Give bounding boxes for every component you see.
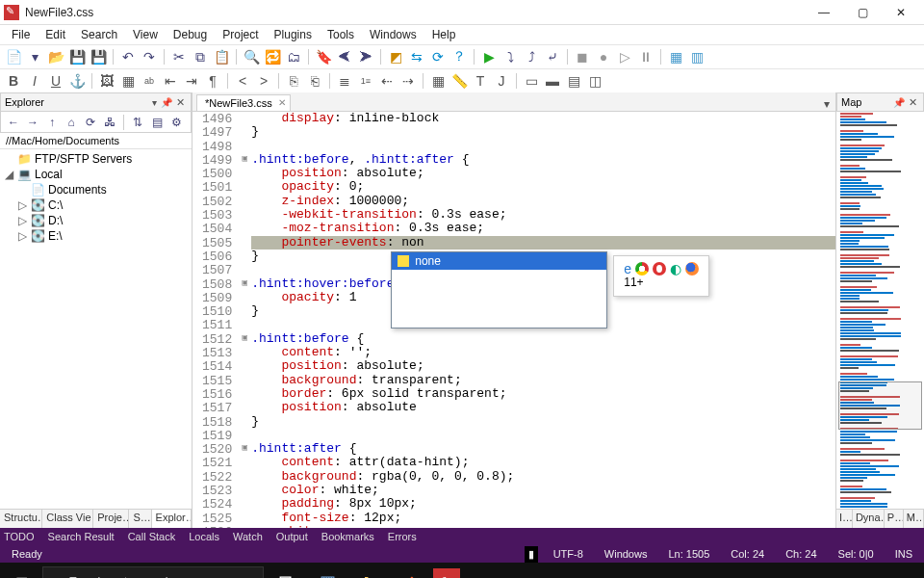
map-close-icon[interactable]: ✕ [907, 96, 919, 109]
outdent-icon[interactable]: ⇠ [377, 71, 397, 91]
copy-icon[interactable]: ⧉ [191, 47, 210, 66]
minimap[interactable] [836, 112, 924, 509]
code-editor[interactable]: 1496149714981499150015011502150315041505… [192, 112, 835, 528]
taskbar-explorer-icon[interactable]: 🗂 [348, 563, 391, 578]
indent-left-icon[interactable]: ⇤ [161, 71, 180, 91]
right-tab[interactable]: I… [836, 510, 853, 528]
right-tab[interactable]: M… [904, 510, 924, 528]
menu-file[interactable]: File [4, 26, 38, 43]
tree-item[interactable]: 📄Documents [4, 182, 188, 197]
table-icon[interactable]: ▦ [118, 71, 138, 91]
find-in-files-icon[interactable]: 🗂 [284, 47, 303, 66]
tab-list-icon[interactable]: ▾ [818, 97, 835, 111]
right-tab[interactable]: P… [885, 510, 904, 528]
continue-icon[interactable]: ▷ [615, 47, 634, 66]
status-os[interactable]: Windows [599, 548, 654, 560]
bottom-tab-todo[interactable]: TODO [4, 531, 35, 542]
explorer-tab[interactable]: Explor… [152, 510, 192, 528]
compare-icon[interactable]: ⇆ [407, 47, 426, 66]
layout-icon[interactable]: ▤ [564, 71, 583, 91]
taskbar-app-2-icon[interactable]: ◆ [391, 563, 433, 578]
bottom-tab-output[interactable]: Output [276, 531, 308, 542]
step-into-icon[interactable]: ⤴ [522, 47, 541, 66]
underline-icon[interactable]: U [46, 71, 65, 91]
toggle-bookmark-icon[interactable]: 🔖 [314, 47, 333, 66]
find-icon[interactable]: 🔍 [242, 47, 261, 66]
next-bookmark-icon[interactable]: ⮞ [356, 47, 375, 66]
taskbar-app-1-icon[interactable]: ▥ [306, 563, 348, 578]
new-dropdown-icon[interactable]: ▾ [25, 47, 44, 66]
bottom-tab-locals[interactable]: Locals [189, 531, 219, 542]
open-icon[interactable]: 📂 [46, 47, 65, 66]
json-icon[interactable]: J [492, 71, 511, 91]
save-all-icon[interactable]: 💾 [89, 47, 108, 66]
up-icon[interactable]: ↑ [43, 114, 61, 131]
list-ol-icon[interactable]: 1≡ [356, 71, 375, 91]
save-icon[interactable]: 💾 [67, 47, 87, 66]
italic-icon[interactable]: I [25, 71, 44, 91]
maximize-button[interactable]: ▢ [843, 1, 882, 24]
taskbar-editor-icon[interactable]: ✎ [433, 568, 460, 578]
minimize-button[interactable]: — [805, 1, 843, 24]
menu-project[interactable]: Project [215, 26, 266, 43]
indent-icon[interactable]: ⇢ [398, 71, 418, 91]
bottom-tab-watch[interactable]: Watch [233, 531, 263, 542]
record-icon[interactable]: ● [594, 47, 613, 66]
menu-view[interactable]: View [125, 26, 166, 43]
menu-help[interactable]: Help [424, 26, 464, 43]
text-icon[interactable]: T [471, 71, 490, 91]
new-file-icon[interactable]: 📄 [4, 47, 23, 66]
menu-edit[interactable]: Edit [38, 26, 73, 43]
document-tab[interactable]: *NewFile3.css ✕ [196, 94, 291, 111]
close-button[interactable]: ✕ [882, 1, 920, 24]
sort-icon[interactable]: ⇅ [129, 114, 146, 131]
anchor-icon[interactable]: ⚓ [67, 71, 87, 91]
filter-icon[interactable]: ▤ [148, 114, 166, 131]
tree-item[interactable]: ▷💽E:\ [4, 228, 188, 244]
stop-icon[interactable]: ◼ [573, 47, 592, 66]
fold-gutter[interactable]: ▣▣▣▣ [238, 112, 251, 528]
completion-item[interactable]: none [392, 252, 606, 270]
list-ul-icon[interactable]: ≣ [335, 71, 354, 91]
pilcrow-icon[interactable]: ¶ [203, 71, 222, 91]
taskbar-search[interactable]: ○ Type here to search [42, 566, 264, 578]
tab-close-icon[interactable]: ✕ [278, 97, 286, 108]
uncomment-icon[interactable]: ⎗ [305, 71, 324, 91]
tree-item[interactable]: ▷💽C:\ [4, 197, 188, 213]
menu-plugins[interactable]: Plugins [267, 26, 320, 43]
redo-icon[interactable]: ↷ [140, 47, 159, 66]
ftp-icon[interactable]: 🖧 [101, 114, 118, 131]
tree-item[interactable]: ▷💽D:\ [4, 213, 188, 228]
menu-search[interactable]: Search [73, 26, 125, 43]
explorer-tab[interactable]: S… [129, 510, 151, 528]
explorer-close-icon[interactable]: ✕ [174, 96, 187, 109]
pin-icon[interactable]: 📌 [159, 97, 174, 108]
bottom-tab-errors[interactable]: Errors [388, 531, 417, 542]
explorer-tree[interactable]: 📁FTP/SFTP Servers◢💻Local📄Documents▷💽C:\▷… [0, 149, 192, 509]
bottom-tab-bookmarks[interactable]: Bookmarks [321, 531, 374, 542]
window-icon[interactable]: ◫ [585, 71, 604, 91]
paste-icon[interactable]: 📋 [212, 47, 231, 66]
explorer-menu-icon[interactable]: ▾ [150, 97, 159, 108]
explorer-path[interactable]: //Mac/Home/Documents [0, 133, 192, 149]
map-pin-icon[interactable]: 📌 [891, 97, 907, 108]
code-area[interactable]: display: inline-block} .hintt:before, .h… [251, 112, 835, 528]
grid1-icon[interactable]: ▦ [666, 47, 685, 66]
menu-tools[interactable]: Tools [320, 26, 362, 43]
step-out-icon[interactable]: ⤶ [543, 47, 562, 66]
table2-icon[interactable]: ▦ [428, 71, 448, 91]
bottom-tab-call-stack[interactable]: Call Stack [128, 531, 176, 542]
form-icon[interactable]: ▭ [522, 71, 541, 91]
status-insert-mode[interactable]: INS [889, 548, 918, 560]
image-icon[interactable]: 🖼 [97, 71, 116, 91]
menu-windows[interactable]: Windows [362, 26, 424, 43]
pause-icon[interactable]: ⏸ [636, 47, 655, 66]
status-terminal-icon[interactable]: ▮ [525, 546, 538, 563]
bold-icon[interactable]: B [4, 71, 23, 91]
help-icon[interactable]: ？ [449, 47, 469, 66]
minimap-viewport[interactable] [838, 381, 922, 429]
explorer-tab[interactable]: Class Vie… [42, 510, 93, 528]
completion-popup[interactable]: none [391, 251, 607, 328]
sync-icon[interactable]: ⟳ [428, 47, 448, 66]
task-view-icon[interactable]: ⊡ [264, 563, 306, 578]
